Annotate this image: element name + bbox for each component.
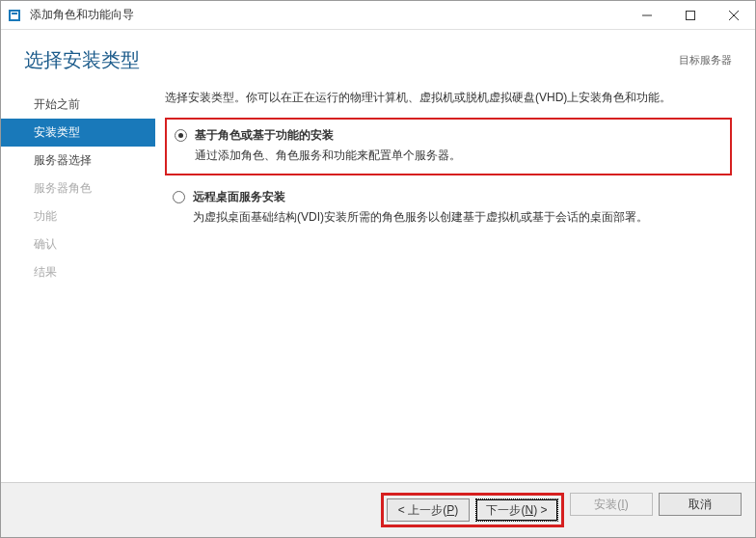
radio-icon[interactable] <box>175 129 187 142</box>
sidebar-item-before-begin[interactable]: 开始之前 <box>1 91 155 119</box>
option-desc: 通过添加角色、角色服务和功能来配置单个服务器。 <box>195 147 720 164</box>
sidebar-item-server-select[interactable]: 服务器选择 <box>1 147 155 175</box>
option-title: 远程桌面服务安装 <box>193 189 285 205</box>
window-title: 添加角色和功能向导 <box>30 7 134 23</box>
sidebar-item-server-roles: 服务器角色 <box>1 175 155 202</box>
prev-button[interactable]: < 上一步(P) <box>387 498 470 522</box>
footer: < 上一步(P) 下一步(N) > 安装(I) 取消 <box>1 482 755 537</box>
radio-icon[interactable] <box>173 191 185 203</box>
install-button: 安装(I) <box>570 493 653 516</box>
next-button[interactable]: 下一步(N) > <box>475 498 558 522</box>
titlebar: 添加角色和功能向导 <box>1 1 755 30</box>
option-title: 基于角色或基于功能的安装 <box>195 127 334 144</box>
svg-rect-2 <box>12 13 17 14</box>
option-role-based[interactable]: 基于角色或基于功能的安装 通过添加角色、角色服务和功能来配置单个服务器。 <box>165 118 732 175</box>
svg-rect-4 <box>686 11 694 19</box>
header: 选择安装类型 目标服务器 <box>1 30 755 79</box>
close-button[interactable] <box>712 1 755 29</box>
sidebar-item-install-type[interactable]: 安装类型 <box>1 119 155 147</box>
body: 开始之前 安装类型 服务器选择 服务器角色 功能 确认 结果 选择安装类型。你可… <box>1 79 755 482</box>
maximize-button[interactable] <box>668 1 712 29</box>
cancel-button[interactable]: 取消 <box>659 493 742 516</box>
intro-text: 选择安装类型。你可以在正在运行的物理计算机、虚拟机或脱机虚拟硬盘(VHD)上安装… <box>165 89 732 106</box>
page-title: 选择安装类型 <box>24 47 140 73</box>
content-pane: 选择安装类型。你可以在正在运行的物理计算机、虚拟机或脱机虚拟硬盘(VHD)上安装… <box>155 85 755 482</box>
sidebar-item-features: 功能 <box>1 202 155 230</box>
nav-buttons-highlight: < 上一步(P) 下一步(N) > <box>381 493 564 527</box>
sidebar: 开始之前 安装类型 服务器选择 服务器角色 功能 确认 结果 <box>1 85 155 482</box>
wizard-window: 添加角色和功能向导 选择安装类型 目标服务器 开始之前 安装类型 服务器选择 服… <box>0 0 756 538</box>
sidebar-item-confirm: 确认 <box>1 230 155 258</box>
sidebar-item-results: 结果 <box>1 258 155 286</box>
option-remote-desktop[interactable]: 远程桌面服务安装 为虚拟桌面基础结构(VDI)安装所需的角色服务以创建基于虚拟机… <box>165 181 732 235</box>
option-desc: 为虚拟桌面基础结构(VDI)安装所需的角色服务以创建基于虚拟机或基于会话的桌面部… <box>193 208 722 226</box>
minimize-button[interactable] <box>625 1 668 29</box>
target-server-label: 目标服务器 <box>679 47 732 67</box>
app-icon <box>9 8 24 23</box>
